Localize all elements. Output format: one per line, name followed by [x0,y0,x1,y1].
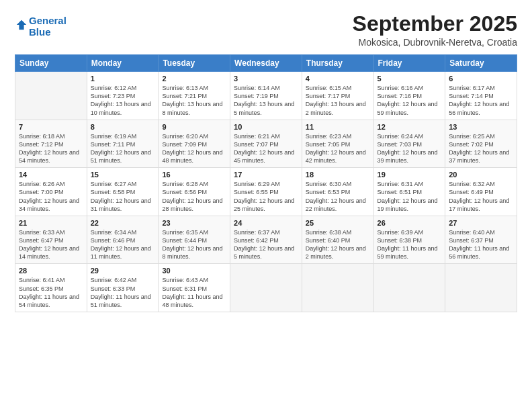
calendar-week-4: 21 Sunrise: 6:33 AMSunset: 6:47 PMDaylig… [15,216,517,264]
calendar-cell: 15 Sunrise: 6:27 AMSunset: 6:58 PMDaylig… [87,168,159,216]
cell-info: Sunrise: 6:15 AMSunset: 7:17 PMDaylight:… [306,84,370,117]
calendar-cell: 23 Sunrise: 6:35 AMSunset: 6:44 PMDaylig… [159,216,230,264]
col-saturday: Saturday [445,55,517,72]
calendar-cell: 25 Sunrise: 6:38 AMSunset: 6:40 PMDaylig… [302,216,373,264]
calendar-cell: 12 Sunrise: 6:24 AMSunset: 7:03 PMDaylig… [373,120,445,168]
cell-info: Sunrise: 6:30 AMSunset: 6:53 PMDaylight:… [306,180,370,213]
day-number: 8 [91,123,155,131]
calendar-cell: 29 Sunrise: 6:42 AMSunset: 6:33 PMDaylig… [87,264,159,312]
day-number: 12 [378,123,442,131]
day-number: 5 [378,75,442,83]
calendar-cell: 14 Sunrise: 6:26 AMSunset: 7:00 PMDaylig… [15,168,87,216]
day-number: 14 [19,171,83,179]
cell-info: Sunrise: 6:34 AMSunset: 6:46 PMDaylight:… [91,228,155,261]
cell-info: Sunrise: 6:21 AMSunset: 7:07 PMDaylight:… [234,132,298,165]
cell-info: Sunrise: 6:26 AMSunset: 7:00 PMDaylight:… [19,180,83,213]
day-number: 19 [378,171,442,179]
day-number: 10 [234,123,298,131]
header: General Blue September 2025 Mokosica, Du… [15,12,517,48]
day-number: 25 [306,219,370,227]
day-number: 13 [449,123,513,131]
calendar-cell [373,264,445,312]
svg-marker-0 [17,20,26,30]
day-number: 9 [162,123,226,131]
day-number: 29 [91,267,155,275]
cell-info: Sunrise: 6:32 AMSunset: 6:49 PMDaylight:… [449,180,513,213]
calendar-cell: 16 Sunrise: 6:28 AMSunset: 6:56 PMDaylig… [159,168,230,216]
calendar-cell: 21 Sunrise: 6:33 AMSunset: 6:47 PMDaylig… [15,216,87,264]
calendar-week-3: 14 Sunrise: 6:26 AMSunset: 7:00 PMDaylig… [15,168,517,216]
cell-info: Sunrise: 6:24 AMSunset: 7:03 PMDaylight:… [378,132,442,165]
cell-info: Sunrise: 6:27 AMSunset: 6:58 PMDaylight:… [91,180,155,213]
logo-general: General [29,15,66,26]
cell-info: Sunrise: 6:18 AMSunset: 7:12 PMDaylight:… [19,132,83,165]
calendar-subtitle: Mokosica, Dubrovnik-Neretva, Croatia [353,37,517,48]
calendar-cell: 17 Sunrise: 6:29 AMSunset: 6:55 PMDaylig… [230,168,302,216]
calendar-cell: 2 Sunrise: 6:13 AMSunset: 7:21 PMDayligh… [159,72,230,120]
calendar-title: September 2025 [353,12,517,36]
calendar-cell: 8 Sunrise: 6:19 AMSunset: 7:11 PMDayligh… [87,120,159,168]
calendar-cell: 19 Sunrise: 6:31 AMSunset: 6:51 PMDaylig… [373,168,445,216]
logo: General Blue [15,15,66,38]
day-number: 30 [162,267,226,275]
cell-info: Sunrise: 6:28 AMSunset: 6:56 PMDaylight:… [162,180,226,213]
calendar-table: Sunday Monday Tuesday Wednesday Thursday… [15,54,517,312]
cell-info: Sunrise: 6:39 AMSunset: 6:38 PMDaylight:… [378,228,442,261]
col-sunday: Sunday [15,55,87,72]
cell-info: Sunrise: 6:13 AMSunset: 7:21 PMDaylight:… [162,84,226,117]
day-number: 4 [306,75,370,83]
col-monday: Monday [87,55,159,72]
calendar-week-5: 28 Sunrise: 6:41 AMSunset: 6:35 PMDaylig… [15,264,517,312]
cell-info: Sunrise: 6:25 AMSunset: 7:02 PMDaylight:… [449,132,513,165]
cell-info: Sunrise: 6:37 AMSunset: 6:42 PMDaylight:… [234,228,298,261]
col-tuesday: Tuesday [159,55,230,72]
logo-text: General Blue [29,15,66,38]
col-friday: Friday [373,55,445,72]
day-number: 24 [234,219,298,227]
cell-info: Sunrise: 6:20 AMSunset: 7:09 PMDaylight:… [162,132,226,165]
day-number: 20 [449,171,513,179]
cell-info: Sunrise: 6:17 AMSunset: 7:14 PMDaylight:… [449,84,513,117]
day-number: 15 [91,171,155,179]
cell-info: Sunrise: 6:41 AMSunset: 6:35 PMDaylight:… [19,276,83,309]
cell-info: Sunrise: 6:33 AMSunset: 6:47 PMDaylight:… [19,228,83,261]
day-number: 1 [91,75,155,83]
calendar-cell: 26 Sunrise: 6:39 AMSunset: 6:38 PMDaylig… [373,216,445,264]
calendar-cell: 5 Sunrise: 6:16 AMSunset: 7:16 PMDayligh… [373,72,445,120]
cell-info: Sunrise: 6:31 AMSunset: 6:51 PMDaylight:… [378,180,442,213]
day-number: 23 [162,219,226,227]
cell-info: Sunrise: 6:16 AMSunset: 7:16 PMDaylight:… [378,84,442,117]
day-number: 28 [19,267,83,275]
calendar-cell: 1 Sunrise: 6:12 AMSunset: 7:23 PMDayligh… [87,72,159,120]
calendar-cell: 3 Sunrise: 6:14 AMSunset: 7:19 PMDayligh… [230,72,302,120]
page: General Blue September 2025 Mokosica, Du… [0,0,532,411]
calendar-cell: 4 Sunrise: 6:15 AMSunset: 7:17 PMDayligh… [302,72,373,120]
day-number: 27 [449,219,513,227]
calendar-cell [302,264,373,312]
logo-icon [15,19,28,31]
day-number: 3 [234,75,298,83]
day-number: 6 [449,75,513,83]
cell-info: Sunrise: 6:42 AMSunset: 6:33 PMDaylight:… [91,276,155,309]
cell-info: Sunrise: 6:40 AMSunset: 6:37 PMDaylight:… [449,228,513,261]
calendar-cell: 11 Sunrise: 6:23 AMSunset: 7:05 PMDaylig… [302,120,373,168]
day-number: 21 [19,219,83,227]
calendar-cell: 27 Sunrise: 6:40 AMSunset: 6:37 PMDaylig… [445,216,517,264]
cell-info: Sunrise: 6:12 AMSunset: 7:23 PMDaylight:… [91,84,155,117]
cell-info: Sunrise: 6:23 AMSunset: 7:05 PMDaylight:… [306,132,370,165]
cell-info: Sunrise: 6:14 AMSunset: 7:19 PMDaylight:… [234,84,298,117]
calendar-week-1: 1 Sunrise: 6:12 AMSunset: 7:23 PMDayligh… [15,72,517,120]
calendar-cell [15,72,87,120]
day-number: 11 [306,123,370,131]
day-number: 16 [162,171,226,179]
day-number: 7 [19,123,83,131]
calendar-cell: 13 Sunrise: 6:25 AMSunset: 7:02 PMDaylig… [445,120,517,168]
calendar-cell: 10 Sunrise: 6:21 AMSunset: 7:07 PMDaylig… [230,120,302,168]
calendar-cell: 20 Sunrise: 6:32 AMSunset: 6:49 PMDaylig… [445,168,517,216]
calendar-cell: 7 Sunrise: 6:18 AMSunset: 7:12 PMDayligh… [15,120,87,168]
title-block: September 2025 Mokosica, Dubrovnik-Neret… [353,12,517,48]
calendar-cell: 22 Sunrise: 6:34 AMSunset: 6:46 PMDaylig… [87,216,159,264]
logo-blue: Blue [29,26,51,38]
day-number: 22 [91,219,155,227]
day-number: 2 [162,75,226,83]
